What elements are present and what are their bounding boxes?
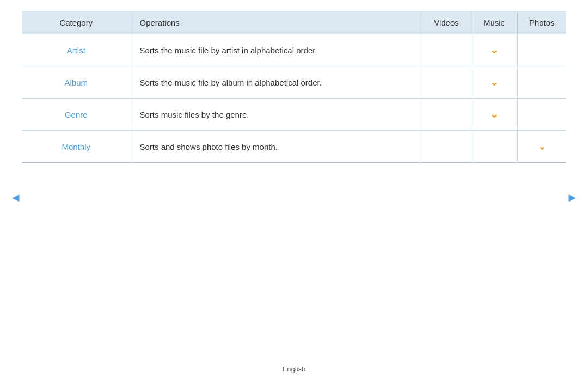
photos-check-icon: ⌄ — [538, 141, 546, 153]
music-cell: ⌄ — [471, 66, 517, 99]
next-button[interactable]: ► — [566, 191, 578, 205]
photos-cell — [517, 66, 566, 99]
music-cell — [471, 131, 517, 163]
category-artist-link[interactable]: Artist — [67, 46, 85, 55]
category-cell: Artist — [22, 34, 131, 66]
category-album-link[interactable]: Album — [64, 78, 88, 87]
music-check-icon: ⌄ — [490, 76, 498, 88]
header-category: Category — [22, 11, 131, 34]
photos-cell: ⌄ — [517, 131, 566, 163]
category-table: Category Operations Videos Music Photos … — [22, 11, 566, 163]
footer-language: English — [283, 365, 306, 373]
videos-cell — [422, 34, 471, 66]
category-monthly-link[interactable]: Monthly — [62, 142, 90, 151]
music-cell: ⌄ — [471, 99, 517, 131]
operation-cell: Sorts music files by the genre. — [131, 99, 422, 131]
table-row: Artist Sorts the music file by artist in… — [22, 34, 566, 66]
videos-cell — [422, 131, 471, 163]
table-row: Monthly Sorts and shows photo files by m… — [22, 131, 566, 163]
category-genre-link[interactable]: Genre — [65, 110, 88, 119]
photos-cell — [517, 99, 566, 131]
operation-cell: Sorts the music file by artist in alphab… — [131, 34, 422, 66]
table-header-row: Category Operations Videos Music Photos — [22, 11, 566, 34]
table-row: Genre Sorts music files by the genre. ⌄ — [22, 99, 566, 131]
header-videos: Videos — [422, 11, 471, 34]
category-cell: Monthly — [22, 131, 131, 163]
music-check-icon: ⌄ — [490, 108, 498, 120]
videos-cell — [422, 66, 471, 99]
header-music: Music — [471, 11, 517, 34]
operation-cell: Sorts and shows photo files by month. — [131, 131, 422, 163]
photos-cell — [517, 34, 566, 66]
table-row: Album Sorts the music file by album in a… — [22, 66, 566, 99]
header-photos: Photos — [517, 11, 566, 34]
category-cell: Album — [22, 66, 131, 99]
music-check-icon: ⌄ — [490, 44, 498, 56]
main-content: Category Operations Videos Music Photos … — [0, 0, 588, 163]
operation-cell: Sorts the music file by album in alphabe… — [131, 66, 422, 99]
music-cell: ⌄ — [471, 34, 517, 66]
videos-cell — [422, 99, 471, 131]
header-operations: Operations — [131, 11, 422, 34]
prev-button[interactable]: ◄ — [10, 191, 22, 205]
category-cell: Genre — [22, 99, 131, 131]
